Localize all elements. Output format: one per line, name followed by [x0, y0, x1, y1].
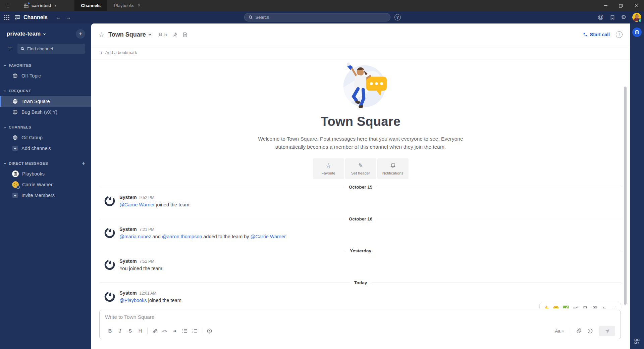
emoji-picker-icon[interactable] — [585, 326, 595, 336]
thumbsup-reaction-button[interactable]: 👍 — [542, 304, 551, 308]
message-apps-grid-icon[interactable] — [590, 304, 599, 308]
maximize-button[interactable] — [613, 0, 629, 11]
app-menu-kebab-icon[interactable]: ⋮ — [3, 3, 13, 9]
chevron-down-icon — [3, 162, 7, 165]
tab-playbooks[interactable]: Playbooks ✕ — [107, 0, 147, 11]
attach-file-icon[interactable] — [574, 326, 584, 336]
product-switcher-icon[interactable] — [4, 15, 9, 20]
server-icon — [23, 3, 29, 8]
scrollbar-thumb[interactable] — [624, 87, 627, 305]
sidebar-item-town-square[interactable]: Town Square — [0, 96, 91, 107]
check-reaction-button[interactable]: ✅ — [561, 304, 570, 308]
minimize-button[interactable] — [598, 0, 613, 11]
mention-link[interactable]: @Carrie Warner — [251, 234, 285, 239]
svg-text:1: 1 — [192, 329, 193, 331]
chevron-down-icon: ▾ — [55, 4, 56, 7]
pin-icon — [172, 32, 177, 37]
message-priority-icon[interactable] — [204, 326, 214, 336]
channel-label: Town Square — [21, 99, 50, 104]
sidebar-item-add-channels[interactable]: + Add channels — [0, 143, 91, 154]
playbooks-app-icon[interactable] — [632, 28, 642, 37]
tab-channels[interactable]: Channels — [74, 0, 108, 11]
message-composer[interactable]: B I S H <> “ 12 — [99, 310, 621, 339]
link-icon[interactable] — [150, 326, 160, 336]
sidebar-section-frequent[interactable]: FREQUENT — [0, 86, 91, 96]
add-bookmark-bar[interactable]: + Add a bookmark — [91, 46, 630, 59]
search-input[interactable] — [255, 15, 386, 20]
saved-posts-icon[interactable] — [610, 15, 615, 20]
system-post[interactable]: System 7:52 PM You joined the team. — [91, 256, 630, 275]
mentions-icon[interactable]: @ — [597, 14, 603, 21]
grin-reaction-button[interactable]: 😄 — [551, 304, 560, 308]
formatting-toggle-button[interactable]: Aa — [553, 329, 567, 334]
find-channel-input[interactable] — [27, 46, 82, 51]
find-channel-box[interactable] — [17, 44, 85, 54]
heading-icon[interactable]: H — [135, 326, 145, 336]
add-apps-grid-icon[interactable] — [630, 338, 644, 344]
channel-label: Off-Topic — [21, 73, 41, 79]
reply-icon[interactable] — [600, 304, 609, 308]
user-post-hovered[interactable]: ✓ Bhautik Bavadiya 2:14 PM Time is 19:50… — [91, 307, 630, 308]
globe-icon — [12, 135, 18, 141]
settings-gear-icon[interactable]: ⚙ — [621, 14, 626, 21]
bold-icon[interactable]: B — [105, 326, 115, 336]
channel-header: ☆ Town Square 5 Start — [91, 23, 630, 46]
system-avatar — [104, 227, 115, 239]
system-post[interactable]: System 9:52 PM @Carrie Warner joined the… — [91, 193, 630, 211]
sidebar-item-invite-members[interactable]: + Invite Members — [0, 190, 91, 201]
numbered-list-icon[interactable]: 12 — [190, 326, 200, 336]
add-reaction-icon[interactable] — [571, 304, 580, 308]
bulleted-list-icon[interactable] — [180, 326, 190, 336]
italic-icon[interactable]: I — [115, 326, 125, 336]
mention-link[interactable]: @Playbooks — [119, 298, 147, 303]
window-titlebar: ⋮ carrietest ▾ Channels Playbooks ✕ — [0, 0, 644, 11]
save-post-icon[interactable] — [581, 304, 590, 308]
tab-channels-label: Channels — [81, 3, 101, 8]
sidebar-section-channels[interactable]: CHANNELS — [0, 122, 91, 132]
global-header: Channels ← → ? @ ⚙ — [0, 11, 644, 23]
channel-info-icon[interactable]: i — [616, 31, 623, 38]
sidebar-section-favorites[interactable]: FAVORITES — [0, 60, 91, 70]
notifications-action-button[interactable]: Notifications — [377, 158, 409, 179]
mention-link[interactable]: @maria.nunez — [119, 234, 151, 239]
system-post[interactable]: System 7:21 PM @maria.nunez and @aaron.t… — [91, 225, 630, 243]
set-header-action-button[interactable]: ✎ Set header — [345, 158, 376, 179]
close-window-button[interactable]: ✕ — [629, 0, 644, 11]
sidebar-item-bug-bash[interactable]: Bug Bash (vX.Y) — [0, 107, 91, 117]
search-box[interactable] — [244, 13, 390, 21]
post-text-segment: and — [151, 234, 162, 239]
team-menu[interactable]: private-team — [7, 31, 46, 37]
server-switcher[interactable]: carrietest ▾ — [15, 3, 61, 8]
mention-link[interactable]: @Carrie Warner — [119, 202, 155, 207]
date-divider: Today — [91, 277, 630, 288]
message-input[interactable] — [105, 314, 615, 320]
sidebar-item-carrie-warner[interactable]: Carrie Warner — [0, 179, 91, 190]
close-tab-icon[interactable]: ✕ — [138, 3, 141, 8]
server-name: carrietest — [32, 3, 51, 8]
help-icon[interactable]: ? — [394, 14, 401, 20]
send-message-button[interactable] — [599, 326, 615, 336]
start-call-button[interactable]: Start call — [583, 32, 610, 37]
add-direct-message-icon[interactable]: + — [82, 160, 85, 166]
favorite-star-icon[interactable]: ☆ — [99, 31, 104, 39]
action-label: Set header — [351, 171, 370, 175]
history-back-icon[interactable]: ← — [56, 14, 61, 20]
quote-icon[interactable]: “ — [170, 328, 180, 337]
pinned-posts-button[interactable] — [172, 32, 177, 37]
sidebar-section-direct-messages[interactable]: DIRECT MESSAGES + — [0, 158, 91, 168]
members-button[interactable]: 5 — [158, 32, 167, 37]
more-actions-icon[interactable]: ⋯ — [610, 304, 619, 308]
favorite-action-button[interactable]: ☆ Favorite — [313, 158, 344, 179]
add-channel-plus-button[interactable]: + — [76, 29, 85, 39]
sidebar-item-playbooks-dm[interactable]: Playbooks — [0, 168, 91, 179]
code-icon[interactable]: <> — [160, 326, 170, 336]
sidebar-item-git-group[interactable]: Git Group — [0, 132, 91, 143]
history-forward-icon[interactable]: → — [66, 14, 71, 20]
sidebar-item-off-topic[interactable]: Off-Topic — [0, 70, 91, 81]
mention-link[interactable]: @aaron.thompson — [162, 234, 202, 239]
channel-files-button[interactable] — [183, 32, 187, 37]
channel-filter-icon[interactable] — [5, 44, 15, 53]
user-avatar[interactable]: ✓ — [632, 13, 641, 22]
strikethrough-icon[interactable]: S — [125, 326, 135, 336]
channel-name-menu[interactable]: Town Square — [108, 31, 152, 38]
